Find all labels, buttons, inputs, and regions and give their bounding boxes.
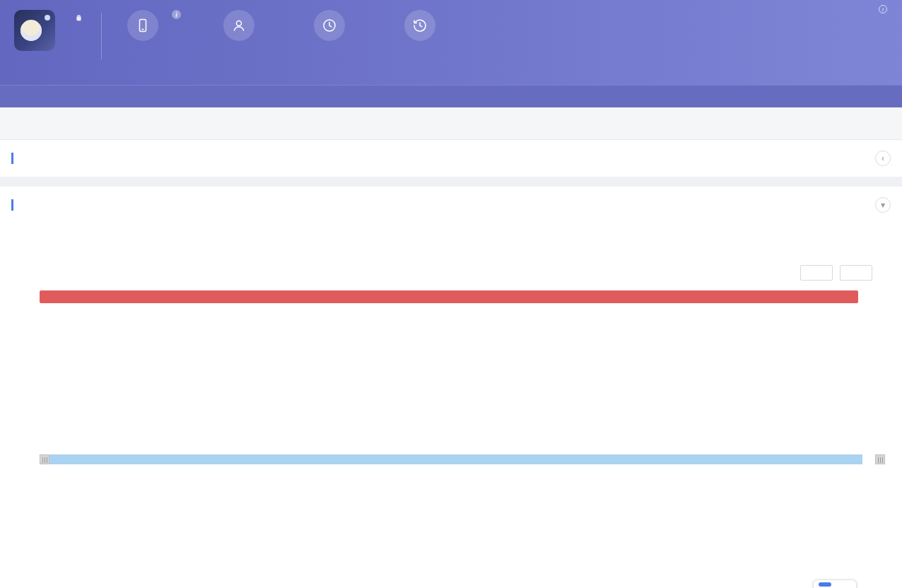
tab-bar xyxy=(0,107,902,140)
scrollbar-track[interactable] xyxy=(49,454,862,464)
collapse-side-button[interactable]: ‹ xyxy=(875,151,891,166)
phone-icon xyxy=(135,18,151,33)
accent-bar xyxy=(11,199,13,211)
fps-metrics-row1 xyxy=(0,213,902,231)
floating-widget[interactable] xyxy=(813,580,857,588)
android-icon xyxy=(75,14,83,22)
fps-chart xyxy=(11,290,891,473)
upload-block xyxy=(404,10,445,41)
duration-block xyxy=(314,10,355,41)
chart-label-banner xyxy=(40,290,858,303)
info-icon: i xyxy=(879,5,887,13)
fps-chart-svg[interactable] xyxy=(11,312,891,453)
header: i xyxy=(0,0,902,85)
fps-card: ▾ xyxy=(0,187,902,473)
device-info-icon[interactable]: i xyxy=(172,10,181,19)
app-logo xyxy=(14,10,55,51)
header-divider xyxy=(101,13,102,59)
duration-icon-circle xyxy=(314,10,345,41)
app-logo-face xyxy=(20,20,42,41)
note-bar[interactable] xyxy=(0,85,902,107)
app-block xyxy=(14,10,86,51)
chart-scrollbar[interactable] xyxy=(40,454,885,464)
fps-metrics-row2 xyxy=(0,231,902,247)
creator-icon-circle xyxy=(223,10,254,41)
device-block: i xyxy=(127,10,181,41)
creator-block xyxy=(223,10,264,41)
clock-icon xyxy=(322,18,337,33)
overview-card: ‹ xyxy=(0,140,902,177)
accent-bar xyxy=(11,153,13,164)
section-separator xyxy=(0,177,902,187)
app-version-row xyxy=(75,14,86,22)
data-source-note: i xyxy=(879,5,891,13)
scrollbar-handle-left[interactable] xyxy=(40,454,49,464)
app-logo-star xyxy=(45,15,50,20)
scrollbar-handle-right[interactable] xyxy=(875,454,885,464)
fps-threshold-input-2[interactable] xyxy=(840,265,872,281)
upload-icon-circle xyxy=(404,10,435,41)
device-icon-circle xyxy=(127,10,158,41)
person-icon xyxy=(231,18,247,33)
collapse-fps-button[interactable]: ▾ xyxy=(875,197,891,213)
perfdog-report-page: i xyxy=(0,0,902,473)
history-clock-icon xyxy=(412,18,428,33)
fps-threshold-input-1[interactable] xyxy=(800,265,833,281)
